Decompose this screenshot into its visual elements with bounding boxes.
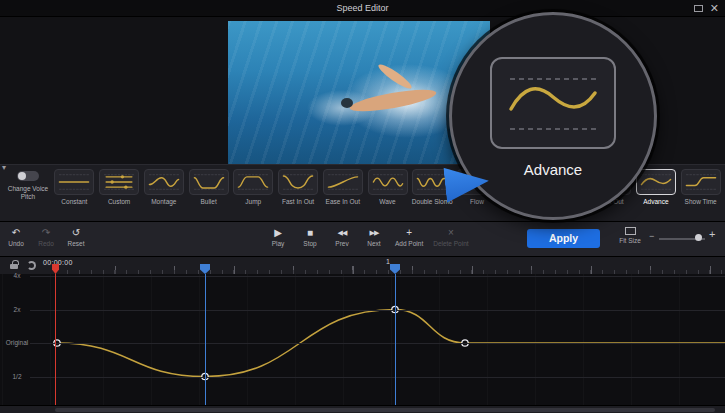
preset-label: Jump — [245, 198, 261, 205]
play-icon: ▶ — [274, 226, 282, 239]
toolbar-left-group: ↶Undo↷Redo↺Reset — [5, 226, 87, 247]
speed-scale-label: 2x — [1, 306, 33, 313]
stop-icon: ■ — [307, 226, 313, 239]
speed-scale-label: 1/2 — [1, 373, 33, 380]
reset-button[interactable]: ↺Reset — [65, 226, 87, 247]
preset-curve-icon — [144, 169, 184, 195]
preset-label: Montage — [151, 198, 176, 205]
fit-size-icon — [625, 227, 636, 235]
toggle-knob-icon — [18, 172, 26, 180]
preset-curve-icon — [54, 169, 94, 195]
zoom-slider-knob[interactable] — [695, 234, 702, 241]
maximize-button[interactable] — [694, 5, 703, 12]
deletepoint-button[interactable]: ×Delete Point — [433, 226, 468, 247]
preset-curve-icon — [278, 169, 318, 195]
preset-constant[interactable]: Constant — [52, 169, 97, 219]
preset-wave[interactable]: Wave — [365, 169, 410, 219]
magnifier-overlay: Advance — [449, 12, 657, 220]
undo-icon: ↶ — [12, 226, 20, 239]
keyframe-marker-line — [205, 274, 206, 405]
preset-label: Advance — [643, 198, 668, 205]
preset-showtime[interactable]: Show Time — [678, 169, 723, 219]
magnified-preset-label: Advance — [452, 161, 654, 178]
lock-icon[interactable] — [10, 264, 18, 269]
voice-pitch-toggle[interactable] — [17, 171, 39, 181]
ruler-second-label: 1 — [386, 258, 390, 265]
preset-label: Ease In Out — [326, 198, 360, 205]
preset-label: Fast In Out — [282, 198, 314, 205]
magnet-icon[interactable] — [27, 261, 36, 270]
speed-curve-svg[interactable] — [0, 274, 725, 405]
next-button[interactable]: ▶▶Next — [363, 226, 385, 247]
timeline-header: 00:00:00 1 — [0, 256, 725, 274]
redo-icon: ↷ — [42, 226, 50, 239]
preset-fastinout[interactable]: Fast In Out — [276, 169, 321, 219]
preset-easeinout[interactable]: Ease In Out — [320, 169, 365, 219]
reset-icon: ↺ — [72, 226, 80, 239]
preset-label: Show Time — [685, 198, 717, 205]
preset-label: Constant — [61, 198, 87, 205]
horizontal-scrollbar[interactable] — [0, 405, 725, 413]
voice-pitch-label: Change Voice Pitch — [5, 185, 51, 201]
preset-curve-icon — [189, 169, 229, 195]
magnified-advance-icon — [490, 57, 616, 149]
apply-button[interactable]: Apply — [527, 229, 600, 248]
preset-curve-icon — [233, 169, 273, 195]
speed-curve-area: 4x2xOriginal1/2 — [0, 274, 725, 405]
preset-curve-icon — [323, 169, 363, 195]
zoom-out-button[interactable]: − — [649, 231, 654, 241]
window-title: Speed Editor — [0, 0, 725, 17]
preset-bullet[interactable]: Bullet — [186, 169, 231, 219]
preset-label: Bullet — [200, 198, 216, 205]
preset-label: Custom — [108, 198, 130, 205]
fit-size-button[interactable]: Fit Size — [612, 227, 648, 244]
swimmer-head — [341, 98, 353, 108]
close-button[interactable]: ✕ — [710, 1, 719, 16]
redo-button[interactable]: ↷Redo — [35, 226, 57, 247]
gridline — [30, 377, 725, 378]
prev-button[interactable]: ◀◀Prev — [331, 226, 353, 247]
toolbar: ↶Undo↷Redo↺Reset ▶Play■Stop◀◀Prev▶▶Next+… — [0, 221, 725, 256]
speed-editor-window: Speed Editor ✕ ▾ Change Voice Pitch Cons… — [0, 0, 725, 413]
scrollbar-thumb[interactable] — [55, 408, 715, 412]
preset-montage[interactable]: Montage — [141, 169, 186, 219]
gridline — [30, 343, 725, 344]
addpoint-button[interactable]: +Add Point — [395, 226, 423, 247]
preset-label: Double Slomo — [412, 198, 453, 205]
next-icon: ▶▶ — [370, 226, 379, 239]
play-button[interactable]: ▶Play — [267, 226, 289, 247]
voice-pitch-control: Change Voice Pitch — [5, 171, 51, 201]
prev-icon: ◀◀ — [338, 226, 347, 239]
zoom-in-button[interactable]: + — [709, 228, 715, 240]
gridline — [30, 310, 725, 311]
toolbar-transport-group: ▶Play■Stop◀◀Prev▶▶Next+Add Point×Delete … — [267, 226, 469, 247]
preset-jump[interactable]: Jump — [231, 169, 276, 219]
preset-custom[interactable]: Custom — [97, 169, 142, 219]
playhead-line — [55, 274, 56, 405]
speed-scale-label: 4x — [1, 272, 33, 279]
stop-button[interactable]: ■Stop — [299, 226, 321, 247]
preset-curve-icon — [368, 169, 408, 195]
titlebar: Speed Editor ✕ — [0, 0, 725, 17]
fit-size-label: Fit Size — [612, 237, 648, 244]
addpoint-icon: + — [406, 226, 412, 239]
deletepoint-icon: × — [448, 226, 454, 239]
preset-label: Flow — [470, 198, 484, 205]
preset-curve-icon — [681, 169, 721, 195]
keyframe-marker-line — [395, 274, 396, 405]
gridline — [30, 276, 725, 277]
preset-curve-icon — [99, 169, 139, 195]
undo-button[interactable]: ↶Undo — [5, 226, 27, 247]
preset-label: Wave — [379, 198, 395, 205]
speed-scale-label: Original — [1, 339, 33, 346]
